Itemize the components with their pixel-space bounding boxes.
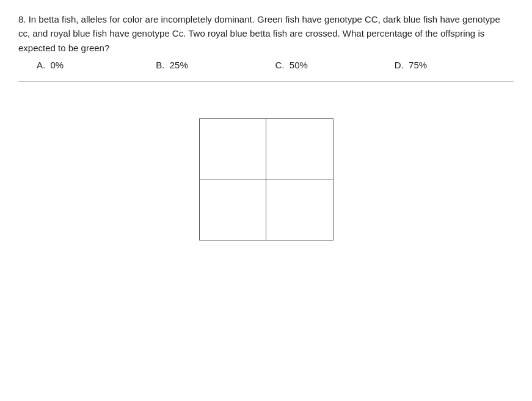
punnett-cell-1 [200, 119, 266, 179]
answer-choices: A. 0% B. 25% C. 50% D. 75% [37, 60, 514, 70]
question-body: In betta fish, alleles for color are inc… [18, 14, 500, 53]
question-text: 8. In betta fish, alleles for color are … [18, 12, 514, 55]
question-number: 8. [18, 14, 26, 24]
punnett-cell-4 [266, 179, 333, 240]
punnett-cell-3 [200, 179, 266, 240]
choice-b-value: 25% [170, 60, 188, 70]
punnett-square [199, 118, 333, 240]
question-block: 8. In betta fish, alleles for color are … [18, 12, 514, 70]
choice-a-label: A. [37, 60, 45, 70]
page-container: 8. In betta fish, alleles for color are … [0, 0, 532, 401]
section-divider [18, 81, 514, 82]
choice-d-value: 75% [409, 60, 427, 70]
choice-a[interactable]: A. 0% [37, 60, 156, 70]
choice-d[interactable]: D. 75% [395, 60, 514, 70]
punnett-area [18, 118, 514, 240]
choice-c-label: C. [275, 60, 285, 70]
choice-d-label: D. [395, 60, 404, 70]
choice-c-value: 50% [290, 60, 308, 70]
choice-c[interactable]: C. 50% [275, 60, 395, 70]
choice-a-value: 0% [51, 60, 64, 70]
punnett-cell-2 [266, 119, 333, 179]
choice-b[interactable]: B. 25% [156, 60, 275, 70]
choice-b-label: B. [156, 60, 164, 70]
